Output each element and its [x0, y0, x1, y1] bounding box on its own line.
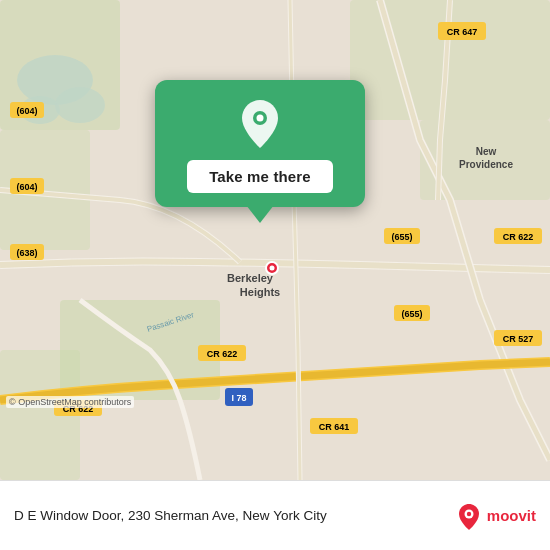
svg-point-42 — [257, 115, 264, 122]
moovit-logo: moovit — [455, 502, 536, 530]
location-icon-wrapper — [234, 98, 286, 150]
svg-text:I 78: I 78 — [231, 393, 246, 403]
app: CR 647 (604) (604) (638) (655) CR 622 (6… — [0, 0, 550, 550]
footer: D E Window Door, 230 Sherman Ave, New Yo… — [0, 480, 550, 550]
svg-text:(604): (604) — [16, 106, 37, 116]
svg-text:CR 641: CR 641 — [319, 422, 350, 432]
svg-point-44 — [467, 511, 471, 515]
svg-text:CR 527: CR 527 — [503, 334, 534, 344]
svg-text:New: New — [476, 146, 497, 157]
take-me-there-button[interactable]: Take me there — [187, 160, 333, 193]
moovit-pin-icon — [455, 502, 483, 530]
svg-text:Heights: Heights — [240, 286, 280, 298]
map-container: CR 647 (604) (604) (638) (655) CR 622 (6… — [0, 0, 550, 480]
svg-text:CR 622: CR 622 — [503, 232, 534, 242]
map-svg: CR 647 (604) (604) (638) (655) CR 622 (6… — [0, 0, 550, 480]
svg-text:(604): (604) — [16, 182, 37, 192]
svg-text:CR 622: CR 622 — [207, 349, 238, 359]
svg-text:CR 647: CR 647 — [447, 27, 478, 37]
popup-card: Take me there — [155, 80, 365, 207]
footer-address: D E Window Door, 230 Sherman Ave, New Yo… — [14, 508, 445, 523]
svg-text:Providence: Providence — [459, 159, 513, 170]
svg-text:(638): (638) — [16, 248, 37, 258]
osm-credit: © OpenStreetMap contributors — [6, 396, 134, 408]
location-pin-icon — [236, 98, 284, 150]
svg-text:(655): (655) — [391, 232, 412, 242]
svg-text:Berkeley: Berkeley — [227, 272, 274, 284]
svg-point-40 — [270, 266, 275, 271]
moovit-text: moovit — [487, 507, 536, 524]
svg-text:(655): (655) — [401, 309, 422, 319]
